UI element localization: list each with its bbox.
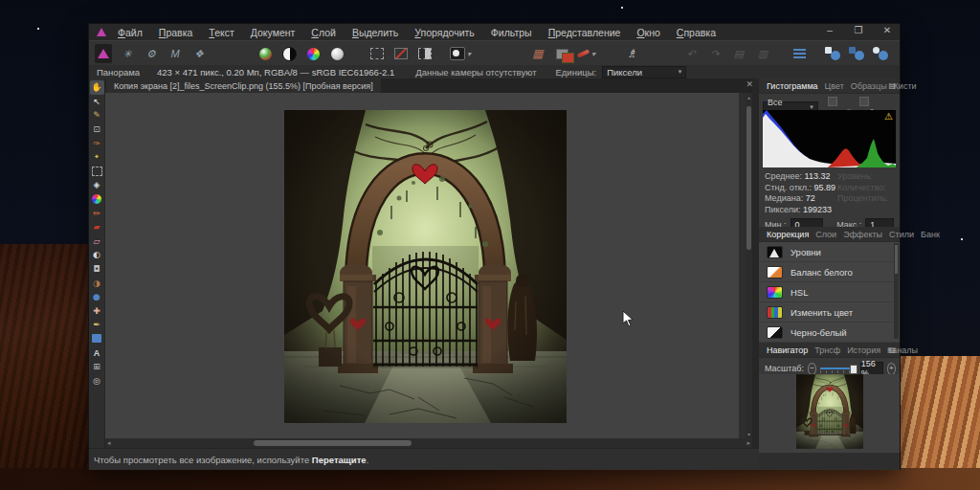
pixels-value: 199233 <box>803 205 832 214</box>
vertical-scrollbar[interactable]: ▴ ▾ <box>746 93 752 438</box>
menu-arrange[interactable]: Упорядочить <box>414 27 475 38</box>
document-tab[interactable]: Копия экрана [2]_files_ScreenClip.png (1… <box>106 78 381 93</box>
tab-layers[interactable]: Слои <box>815 230 836 239</box>
tab-transform[interactable]: Трнсф <box>814 345 840 355</box>
navigator-preview-area[interactable] <box>759 374 900 453</box>
dodge-brush-tool[interactable]: ◐ <box>90 248 104 262</box>
histogram-panel: Гистограмма Цвет Образцы Кисти ▤ Все кан… <box>759 78 900 227</box>
scroll-left-icon[interactable]: ◂ <box>107 439 111 447</box>
menu-view[interactable]: Представление <box>548 27 621 38</box>
adjustment-recolor[interactable]: Изменить цвет <box>759 302 900 323</box>
zoom-out-button[interactable]: − <box>808 363 816 375</box>
horizontal-scrollbar[interactable]: ◂ ▸ <box>105 438 752 448</box>
show-grid-button[interactable]: ▦ <box>529 44 546 63</box>
invert-selection-button[interactable] <box>416 44 434 63</box>
scroll-right-icon[interactable]: ▸ <box>746 439 750 447</box>
text-tool[interactable]: A <box>90 345 104 360</box>
menu-file[interactable]: Файл <box>118 27 143 38</box>
alignment-button[interactable] <box>791 44 808 63</box>
adjustments-scrollbar[interactable] <box>894 243 899 339</box>
menu-select[interactable]: Выделить <box>352 27 398 38</box>
zoom-tool[interactable]: ◎ <box>90 373 104 388</box>
export-persona-button[interactable]: ❖ <box>190 44 208 63</box>
flood-select-tool[interactable]: ✦ <box>90 150 104 165</box>
liquify-persona-button[interactable]: ✳ <box>119 44 136 63</box>
tab-stock[interactable]: Банк <box>921 230 940 239</box>
develop-persona-button[interactable]: ⚙ <box>143 44 160 63</box>
panel-menu-icon[interactable]: ▤ <box>888 345 896 354</box>
blur-icon: ● <box>93 292 100 301</box>
tab-styles[interactable]: Стили <box>889 230 914 239</box>
horizontal-scroll-thumb[interactable] <box>254 440 412 446</box>
menu-edit[interactable]: Правка <box>159 27 192 38</box>
crop-tool[interactable]: ⊡ <box>90 122 104 137</box>
units-dropdown[interactable]: Пиксели ▾ <box>602 66 686 78</box>
menu-help[interactable]: Справка <box>677 27 716 38</box>
rotate-brush-button[interactable]: ▾ <box>577 44 595 63</box>
paint-brush-tool[interactable]: ✏ <box>90 206 104 220</box>
assistant-button[interactable]: ♗ <box>623 44 640 63</box>
photo-persona-button[interactable] <box>95 44 112 63</box>
black-white-icon <box>767 326 783 339</box>
gradient-tool[interactable] <box>90 192 104 207</box>
flood-fill-tool[interactable]: ◈ <box>90 178 104 192</box>
minimize-button[interactable]: – <box>823 25 836 35</box>
clone-brush-tool[interactable]: ◘ <box>90 262 104 277</box>
grid-icon: ▦ <box>532 47 543 60</box>
move-tool[interactable]: ↖ <box>90 95 104 109</box>
panel-menu-icon[interactable]: ▤ <box>888 81 896 90</box>
tab-history[interactable]: История <box>847 345 880 355</box>
tab-adjustments[interactable]: Коррекция <box>767 230 809 239</box>
deselect-button[interactable] <box>392 44 410 63</box>
pen-tool[interactable]: ✒ <box>90 318 104 332</box>
close-button[interactable]: ✕ <box>880 25 894 35</box>
tab-color[interactable]: Цвет <box>825 81 844 91</box>
menu-window[interactable]: Окно <box>636 27 659 38</box>
mesh-warp-tool[interactable]: ⊞ <box>90 360 104 374</box>
auto-white-balance-button[interactable] <box>328 44 345 63</box>
tab-histogram[interactable]: Гистограмма <box>767 81 818 91</box>
tab-swatches[interactable]: Образцы <box>851 81 887 91</box>
menu-filters[interactable]: Фильтры <box>491 27 532 38</box>
boolean-subtract-button[interactable] <box>848 44 865 63</box>
auto-levels-button[interactable] <box>256 44 274 63</box>
boolean-add-button[interactable] <box>824 44 841 63</box>
tone-mapping-persona-button[interactable]: M <box>167 44 184 63</box>
color-picker-tool[interactable]: ✎ <box>90 108 104 122</box>
auto-contrast-button[interactable] <box>280 44 298 63</box>
scroll-up-icon[interactable]: ▴ <box>746 94 752 100</box>
tab-brushes[interactable]: Кисти <box>894 81 917 91</box>
menu-document[interactable]: Документ <box>251 27 296 38</box>
marquee-tool[interactable] <box>90 165 104 179</box>
tab-navigator[interactable]: Навигатор <box>767 345 808 355</box>
boolean-intersect-icon <box>873 47 888 60</box>
canvas-area[interactable] <box>105 93 739 438</box>
boolean-intersect-button[interactable] <box>872 44 889 63</box>
selection-brush-tool[interactable]: ✑ <box>90 136 104 150</box>
scroll-down-icon[interactable]: ▾ <box>746 431 752 437</box>
menu-layer[interactable]: Слой <box>311 27 336 38</box>
zoom-slider[interactable] <box>820 364 857 373</box>
mask-options-button[interactable]: ▾ <box>450 44 471 63</box>
adjustment-black-white[interactable]: Черно-белый <box>759 323 900 343</box>
view-tool[interactable]: ✋ <box>90 80 104 95</box>
pixel-tool[interactable]: ▰ <box>90 220 104 234</box>
select-all-button[interactable] <box>368 44 386 63</box>
zoom-value[interactable]: 156 % <box>860 362 883 375</box>
adjustment-white-balance[interactable]: Баланс белого <box>759 262 900 282</box>
healing-brush-tool[interactable]: ✚ <box>90 304 104 319</box>
adjustment-hsl[interactable]: HSL <box>759 282 900 302</box>
tab-effects[interactable]: Эффекты <box>843 230 882 239</box>
auto-colors-button[interactable] <box>304 44 322 63</box>
blur-brush-tool[interactable]: ● <box>90 290 104 304</box>
burn-brush-tool[interactable]: ◑ <box>90 276 104 290</box>
zoom-slider-thumb[interactable] <box>850 365 858 374</box>
vertical-scroll-thumb[interactable] <box>746 106 751 250</box>
shape-tool[interactable] <box>90 332 104 346</box>
erase-brush-tool[interactable]: ▱ <box>90 234 104 249</box>
adjustment-levels[interactable]: Уровни <box>759 242 900 262</box>
zoom-in-button[interactable]: + <box>887 363 896 375</box>
menu-text[interactable]: Текст <box>209 27 234 38</box>
restore-button[interactable]: ❐ <box>852 25 865 35</box>
color-swatches-button[interactable] <box>553 44 570 63</box>
